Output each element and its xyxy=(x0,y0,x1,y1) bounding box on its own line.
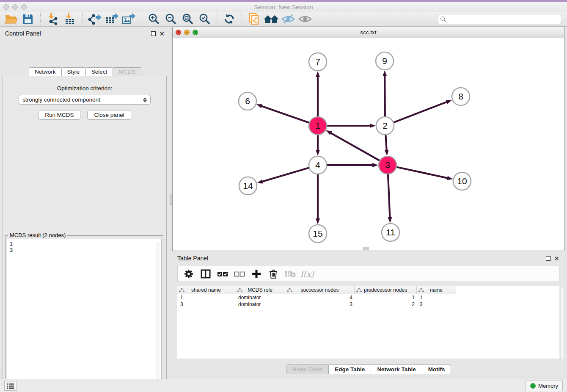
zoom-selected-icon[interactable] xyxy=(196,12,213,26)
toolbar-separator xyxy=(141,13,141,25)
node-label-14: 14 xyxy=(243,181,253,190)
table-cell[interactable]: 3 xyxy=(417,301,456,308)
network-canvas[interactable]: 7968124314101511 xyxy=(173,38,564,251)
edge-2-9[interactable] xyxy=(385,76,385,118)
status-bar: Memory xyxy=(0,379,567,392)
save-session-icon[interactable] xyxy=(19,12,36,26)
mcds-panel: Optimization criterion: strongly connect… xyxy=(3,76,167,392)
table-cell[interactable]: dominator xyxy=(235,294,285,301)
node-label-4: 4 xyxy=(315,160,320,170)
edge-2-3[interactable] xyxy=(385,134,387,150)
tab-style[interactable]: Style xyxy=(61,67,86,76)
toolbar-separator xyxy=(217,13,217,25)
table-cell[interactable]: 1 xyxy=(355,294,417,301)
memory-status-icon xyxy=(530,383,536,389)
node-label-11: 11 xyxy=(386,227,395,237)
edge-2-8[interactable] xyxy=(393,102,447,123)
table-cell[interactable]: 3 xyxy=(177,301,235,308)
table-cell[interactable]: 3 xyxy=(285,301,355,308)
table-panel-float-button[interactable] xyxy=(546,256,550,261)
table-settings-icon[interactable] xyxy=(181,267,196,281)
zoom-in-icon[interactable] xyxy=(145,12,162,26)
table-row: 1dominator411 xyxy=(177,294,559,301)
table-panel-close-button[interactable]: ✕ xyxy=(554,256,559,261)
hide-selected-icon[interactable] xyxy=(280,12,297,26)
table-cell[interactable]: 4 xyxy=(285,294,355,301)
import-network-icon[interactable] xyxy=(44,12,61,26)
close-panel-button[interactable]: Close panel xyxy=(87,110,131,120)
table-cell[interactable]: 2 xyxy=(355,301,417,308)
search-icon xyxy=(440,16,446,22)
mcds-result-group: MCDS result (2 nodes) 1 3 xyxy=(5,235,163,392)
mcds-result-title: MCDS result (2 nodes) xyxy=(8,232,67,238)
export-image-icon[interactable] xyxy=(120,12,137,26)
tab-motifs[interactable]: Motifs xyxy=(422,364,451,374)
add-column-icon[interactable] xyxy=(249,267,264,281)
result-scrollbar[interactable] xyxy=(156,243,160,389)
select-all-icon[interactable] xyxy=(215,267,230,281)
home-icon[interactable] xyxy=(263,12,280,26)
control-panel: Control Panel ✕ NetworkStyleSelectMCDS O… xyxy=(0,27,170,373)
refresh-icon[interactable] xyxy=(221,12,238,26)
node-label-3: 3 xyxy=(385,160,390,170)
deselect-all-icon[interactable] xyxy=(232,267,247,281)
node-label-6: 6 xyxy=(245,96,250,106)
horizontal-splitter-grip[interactable] xyxy=(363,247,369,250)
table-type-tabs: Node TableEdge TableNetwork TableMotifs xyxy=(172,364,564,374)
session-title: Session: New Session xyxy=(0,4,567,11)
export-table-icon[interactable] xyxy=(103,12,120,26)
edge-3-10[interactable] xyxy=(396,167,448,178)
mcds-result-text[interactable]: 1 3 xyxy=(7,239,162,391)
tab-select[interactable]: Select xyxy=(85,67,113,76)
node-label-1: 1 xyxy=(315,121,320,130)
delete-table-icon[interactable] xyxy=(283,267,298,281)
edge-1-6[interactable] xyxy=(261,106,310,123)
search-input[interactable] xyxy=(446,15,561,23)
optimization-criterion-dropdown[interactable]: strongly connected component xyxy=(19,95,151,105)
table-cell[interactable]: 1 xyxy=(177,294,235,301)
control-panel-close-button[interactable]: ✕ xyxy=(159,31,165,36)
table-row: 3dominator323 xyxy=(177,301,559,308)
edge-3-11[interactable] xyxy=(388,173,390,218)
log-console-button[interactable] xyxy=(4,381,17,391)
list-icon xyxy=(7,383,14,389)
memory-label: Memory xyxy=(538,383,558,389)
column-header-name[interactable]: name xyxy=(417,286,456,294)
edge-4-14[interactable] xyxy=(262,167,310,182)
split-panel-icon[interactable] xyxy=(198,267,213,281)
table-cell[interactable]: 1 xyxy=(417,294,456,301)
table-header-row: shared nameMCDS rolesuccessor nodesprede… xyxy=(177,286,559,294)
run-mcds-button[interactable]: Run MCDS xyxy=(38,110,80,120)
zoom-fit-icon[interactable] xyxy=(179,12,196,26)
tab-network[interactable]: Network xyxy=(29,67,62,76)
column-header-successor-nodes[interactable]: successor nodes xyxy=(285,286,355,294)
show-all-icon[interactable] xyxy=(297,12,314,26)
node-label-7: 7 xyxy=(315,57,320,66)
toolbar-separator xyxy=(242,13,242,25)
function-builder-icon[interactable]: f(x) xyxy=(300,267,315,281)
column-header-shared-name[interactable]: shared name xyxy=(177,286,235,294)
optimization-criterion-label: Optimization criterion: xyxy=(3,85,166,91)
import-table-icon[interactable] xyxy=(61,12,78,26)
zoom-out-icon[interactable] xyxy=(162,12,179,26)
tab-edge-table[interactable]: Edge Table xyxy=(328,364,371,374)
memory-button[interactable]: Memory xyxy=(526,381,563,391)
table-cell[interactable]: dominator xyxy=(235,301,285,308)
node-label-8: 8 xyxy=(458,91,463,101)
node-table: shared nameMCDS rolesuccessor nodesprede… xyxy=(177,286,559,359)
tab-network-table[interactable]: Network Table xyxy=(371,364,422,374)
network-window-titlebar[interactable]: ✕ − + scc.txt xyxy=(173,27,564,38)
control-panel-title: Control Panel xyxy=(5,30,41,37)
tab-node-table[interactable]: Node Table xyxy=(286,364,329,374)
node-label-9: 9 xyxy=(382,56,387,66)
export-network-icon[interactable] xyxy=(86,12,103,26)
column-header-MCDS-role[interactable]: MCDS role xyxy=(235,286,285,294)
tab-mcds[interactable]: MCDS xyxy=(113,67,141,76)
column-header-predecessor-nodes[interactable]: predecessor nodes xyxy=(355,286,417,294)
table-scrollbar[interactable] xyxy=(560,286,564,359)
duplicate-network-icon[interactable] xyxy=(246,12,263,26)
edge-3-1[interactable] xyxy=(330,133,380,161)
delete-column-icon[interactable] xyxy=(266,267,281,281)
control-panel-float-button[interactable] xyxy=(151,31,156,36)
open-session-icon[interactable] xyxy=(3,12,19,26)
